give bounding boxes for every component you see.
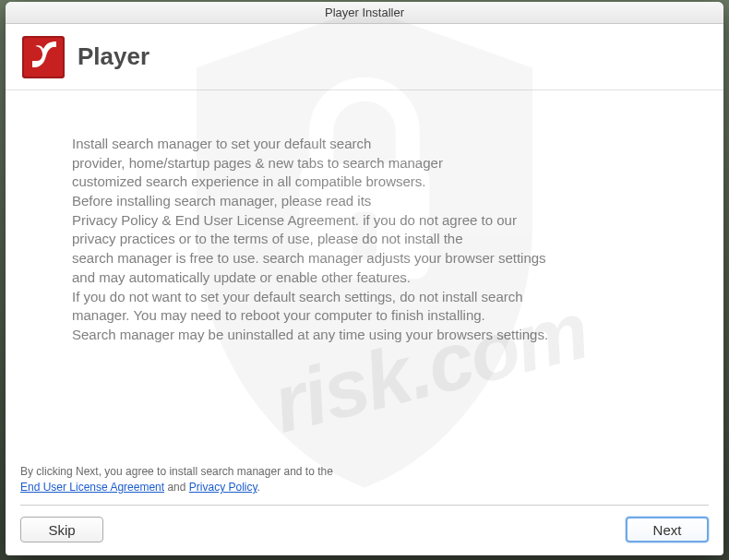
- flash-player-icon: [22, 36, 65, 78]
- content-area: risk.com Install search manager to set y…: [6, 90, 723, 457]
- footer-and: and: [164, 481, 189, 494]
- body-line: Privacy Policy & End User License Agreem…: [72, 211, 657, 231]
- privacy-link[interactable]: Privacy Policy: [189, 481, 257, 494]
- next-button[interactable]: Next: [626, 517, 709, 542]
- body-line: customized search experience in all comp…: [72, 173, 657, 192]
- body-line: Search manager may be uninstalled at any…: [72, 326, 657, 345]
- installer-window: Player Installer Player risk.com Install…: [6, 2, 723, 555]
- body-line: provider, home/startup pages & new tabs …: [72, 154, 657, 173]
- body-line: manager. You may need to reboot your com…: [72, 306, 657, 326]
- footer-period: .: [257, 481, 260, 494]
- footer: By clicking Next, you agree to install s…: [6, 457, 723, 555]
- window-title: Player Installer: [325, 6, 404, 19]
- footer-pretext: By clicking Next, you agree to install s…: [20, 465, 333, 478]
- body-line: search manager is free to use. search ma…: [72, 249, 657, 268]
- header: Player: [6, 24, 723, 90]
- title-bar: Player Installer: [6, 2, 723, 24]
- skip-button[interactable]: Skip: [20, 517, 103, 542]
- body-line: privacy practices or to the terms of use…: [72, 230, 657, 249]
- body-line: and may automatically update or enable o…: [72, 268, 657, 288]
- body-line: If you do not want to set your default s…: [72, 288, 657, 307]
- eula-link[interactable]: End User License Agreement: [20, 481, 164, 494]
- body-line: Install search manager to set your defau…: [72, 135, 657, 154]
- app-name: Player: [78, 42, 149, 71]
- footer-legal-text: By clicking Next, you agree to install s…: [20, 464, 709, 506]
- button-row: Skip Next: [20, 517, 709, 542]
- body-line: Before installing search manager, please…: [72, 192, 657, 211]
